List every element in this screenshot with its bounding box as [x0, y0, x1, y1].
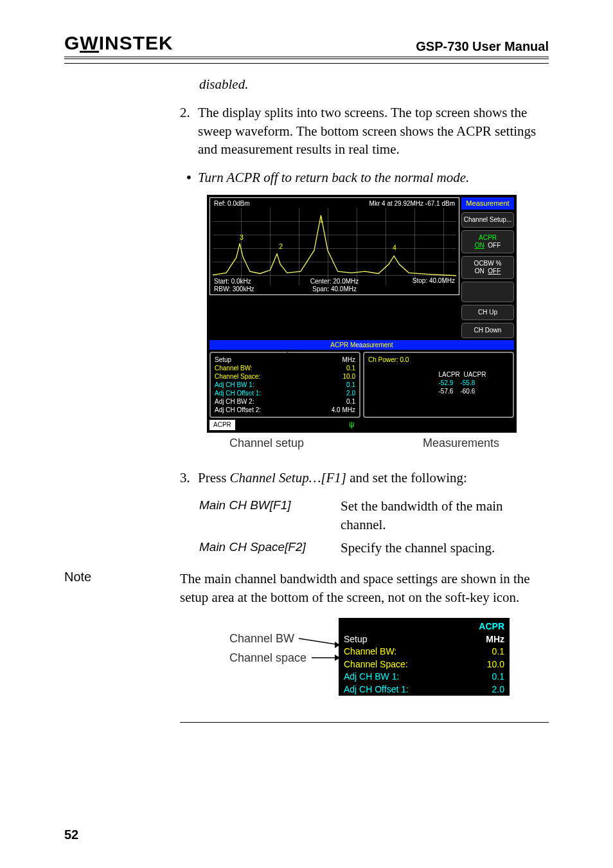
note-label: Note: [64, 570, 180, 606]
step3-num: 3.: [180, 469, 198, 487]
param-mainchspace-val: Specify the channel spacing.: [341, 539, 549, 557]
caption-channel-setup: Channel setup: [229, 435, 304, 451]
svg-line-6: [403, 375, 419, 402]
bullet-dot: •: [180, 168, 198, 186]
antenna-icon: ψ: [349, 419, 355, 429]
bullet-text: Turn ACPR off to return back to the norm…: [198, 168, 469, 186]
acpr-screenshot: Ref: 0.0dBm Mkr 4 at 29.92MHz -67.1 dBm …: [207, 195, 522, 451]
step3-text: Press Channel Setup…[F1] and set the fol…: [198, 469, 467, 487]
param-mainchspace-key: Main CH Space[F2]: [199, 539, 328, 557]
caption-measurements: Measurements: [423, 435, 499, 451]
note-text: The main channel bandwidth and space set…: [180, 570, 549, 606]
step2-num: 2.: [180, 104, 198, 158]
param-mainchbw-val: Set the bandwidth of the main channel.: [341, 497, 549, 534]
step2-text: The display splits into two screens. The…: [198, 104, 549, 158]
svg-line-7: [299, 638, 340, 645]
manual-title: GSP-730 User Manual: [416, 39, 549, 54]
page-number: 52: [64, 827, 78, 842]
svg-line-4: [242, 349, 290, 402]
param-mainchbw-key: Main CH BW[F1]: [199, 497, 328, 534]
brand-logo: GWINSTEK: [64, 32, 173, 54]
setup-closeup: Channel BW Channel space ACPR SetupMHz C…: [229, 618, 499, 714]
disabled-text: disabled.: [199, 75, 549, 93]
acpr-label: ACPR: [209, 420, 235, 430]
